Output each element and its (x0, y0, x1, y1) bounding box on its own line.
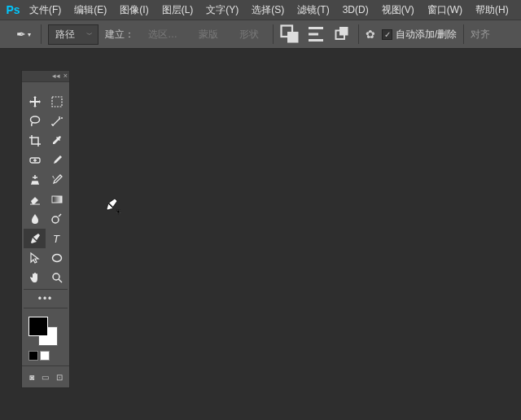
menu-edit[interactable]: 编辑(E) (68, 1, 113, 20)
collapse-icon[interactable]: ◂◂ (52, 72, 60, 80)
menu-layer[interactable]: 图层(L) (155, 1, 200, 20)
menu-help[interactable]: 帮助(H) (469, 1, 515, 20)
menubar: Ps 文件(F) 编辑(E) 图像(I) 图层(L) 文字(Y) 选择(S) 滤… (0, 0, 521, 20)
screen-mode-row: ◙ ▭ ⊡ (22, 368, 69, 387)
svg-text:T: T (53, 233, 60, 245)
divider (24, 289, 68, 290)
close-icon[interactable]: × (63, 72, 68, 80)
canvas-area[interactable] (0, 49, 521, 420)
auto-add-delete-checkbox[interactable]: ✓ 自动添加/删除 (382, 28, 457, 42)
path-align-icon[interactable] (306, 24, 326, 44)
blur-tool[interactable] (24, 209, 46, 229)
marquee-tool[interactable] (46, 92, 68, 112)
separator (273, 24, 274, 44)
healing-brush-tool[interactable] (24, 151, 46, 170)
color-swatches[interactable] (22, 312, 69, 351)
mode-dropdown-label: 路径 (55, 28, 75, 42)
path-combine-icon[interactable] (280, 24, 300, 44)
crop-tool[interactable] (24, 131, 46, 151)
eyedropper-tool[interactable] (46, 131, 68, 151)
menu-window[interactable]: 窗口(W) (421, 1, 469, 20)
separator (358, 24, 359, 44)
eraser-tool[interactable] (24, 190, 46, 209)
svg-rect-6 (339, 27, 348, 36)
svg-rect-1 (287, 32, 299, 43)
align-edges-button[interactable]: 对齐 (471, 28, 490, 42)
type-tool[interactable]: T (46, 229, 68, 248)
svg-point-14 (52, 255, 61, 262)
divider (24, 308, 68, 308)
pen-tool[interactable] (24, 229, 46, 248)
menu-image[interactable]: 图像(I) (113, 1, 155, 20)
menu-view[interactable]: 视图(V) (375, 1, 421, 20)
menu-type[interactable]: 文字(Y) (199, 1, 245, 20)
checkbox-icon: ✓ (382, 29, 392, 40)
clone-stamp-tool[interactable] (24, 170, 46, 190)
separator (463, 24, 464, 44)
svg-point-15 (53, 273, 59, 280)
dodge-tool[interactable] (46, 209, 68, 229)
svg-rect-7 (52, 97, 62, 107)
divider (22, 365, 69, 366)
default-colors-icon[interactable] (28, 351, 38, 361)
mode-dropdown[interactable]: 路径 ﹀ (48, 24, 99, 45)
separator (41, 24, 42, 44)
panel-header[interactable]: ◂◂ × (22, 71, 69, 82)
screen-mode-icon[interactable]: ▭ (40, 371, 51, 383)
make-shape-button[interactable]: 形状 (232, 24, 266, 45)
lasso-tool[interactable] (24, 112, 46, 131)
auto-add-delete-label: 自动添加/删除 (396, 28, 457, 42)
shape-tool[interactable] (46, 248, 68, 268)
zoom-tool[interactable] (46, 268, 68, 287)
quick-mask-icon[interactable]: ◙ (26, 371, 37, 383)
svg-rect-11 (52, 196, 62, 203)
menu-select[interactable]: 选择(S) (245, 1, 291, 20)
options-bar: ✒ ▾ 路径 ﹀ 建立： 选区… 蒙版 形状 ✿ ✓ 自动添加/删除 对齐 (0, 20, 521, 49)
menu-file[interactable]: 文件(F) (23, 1, 68, 20)
tool-preset-picker[interactable]: ✒ ▾ (13, 26, 34, 42)
tool-grid: T ••• (22, 90, 69, 312)
app-logo: Ps (3, 0, 23, 20)
screen-mode-chevron[interactable]: ⊡ (54, 371, 65, 383)
swap-colors-icon[interactable] (40, 351, 50, 361)
history-brush-tool[interactable] (46, 170, 68, 190)
hand-tool[interactable] (24, 268, 46, 287)
chevron-down-icon: ﹀ (86, 30, 93, 39)
svg-point-12 (52, 217, 59, 223)
make-label: 建立： (105, 28, 134, 42)
path-selection-tool[interactable] (24, 248, 46, 268)
foreground-color-swatch[interactable] (28, 317, 48, 336)
panel-title (22, 82, 69, 90)
pen-icon: ✒ (16, 28, 26, 41)
svg-point-9 (59, 118, 60, 120)
make-selection-button[interactable]: 选区… (141, 24, 185, 45)
svg-point-8 (30, 116, 39, 123)
chevron-down-icon: ▾ (28, 31, 31, 38)
edit-toolbar-button[interactable]: ••• (24, 291, 68, 306)
menu-filter[interactable]: 滤镜(T) (291, 1, 335, 20)
make-mask-button[interactable]: 蒙版 (191, 24, 225, 45)
magic-wand-tool[interactable] (46, 112, 68, 131)
tool-panel: ◂◂ × T ••• ◙ (21, 70, 70, 388)
brush-tool[interactable] (46, 151, 68, 170)
gradient-tool[interactable] (46, 190, 68, 209)
move-tool[interactable] (24, 92, 46, 112)
menu-3d[interactable]: 3D(D) (336, 2, 375, 18)
gear-icon[interactable]: ✿ (366, 28, 375, 41)
path-arrange-icon[interactable] (332, 24, 352, 44)
